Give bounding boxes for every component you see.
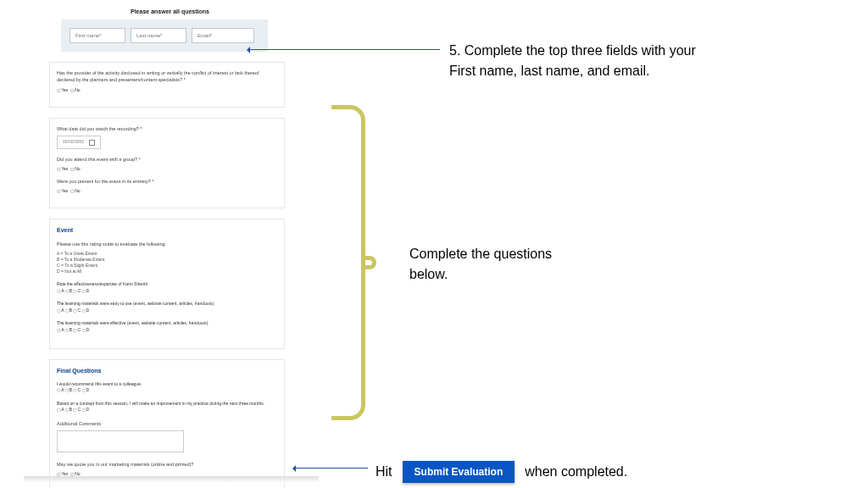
name-fields-bar [61, 19, 268, 52]
email-input[interactable] [192, 28, 254, 43]
submit-button-big[interactable]: Submit Evaluation [403, 461, 515, 483]
final-card: Final Questions I would recommend this e… [49, 359, 285, 488]
rating-effectiveness: Rate the effectiveness/expertise of Kari… [57, 281, 277, 294]
rating-recommend: I would recommend this event to a collea… [57, 381, 277, 394]
disclosure-question: Has the provider of the activity disclos… [57, 69, 277, 84]
annotation-bottom-pre: Hit [376, 462, 392, 482]
group-question: Did you attend this event with a group? … [57, 156, 277, 163]
entirety-question: Were you present for the event in its en… [57, 178, 277, 185]
entirety-yn[interactable]: Yes No [57, 188, 277, 195]
date-input[interactable]: 00/00/0000 [57, 136, 101, 149]
disclosure-yn[interactable]: Yes No [57, 87, 277, 94]
annotation-bottom: Hit Submit Evaluation when completed. [376, 461, 627, 483]
shadow-decoration [24, 476, 319, 483]
annotation-bottom-post: when completed. [525, 462, 627, 482]
curly-brace-icon [331, 105, 374, 420]
event-intro: Please use this rating scale to evaluate… [57, 241, 277, 247]
annotation-step5: 5. Complete the top three fields with yo… [449, 41, 712, 81]
attendance-card: What date did you watch the recording? *… [49, 118, 285, 208]
watch-date-question: What date did you watch the recording? * [57, 125, 277, 132]
rating-materials-effective: The learning materials were effective (e… [57, 320, 277, 333]
final-heading: Final Questions [57, 367, 277, 376]
last-name-input[interactable] [131, 28, 186, 43]
group-yn[interactable]: Yes No [57, 166, 277, 173]
rating-legend: A = To a Great Extent B = To a Moderate … [57, 251, 277, 274]
event-heading: Event [57, 226, 277, 236]
rating-materials-easy: The learning materials were easy to use … [57, 301, 277, 313]
arrow-to-fields [249, 49, 440, 51]
disclosure-card: Has the provider of the activity disclos… [49, 62, 285, 108]
comments-label: Additional Comments [57, 420, 277, 427]
event-card: Event Please use this rating scale to ev… [49, 219, 285, 349]
form-title: Please answer all questions [131, 8, 285, 14]
arrow-to-submit [295, 468, 368, 469]
calendar-icon [89, 140, 95, 146]
first-name-input[interactable] [70, 28, 125, 43]
evaluation-form-screenshot: Please answer all questions Has the prov… [49, 8, 285, 488]
quote-question: May we quote you in our marketing materi… [57, 461, 277, 468]
comments-textarea[interactable] [57, 430, 184, 452]
rating-improvement: Based on a concept from this session, I … [57, 401, 277, 413]
annotation-middle: Complete the questions below. [409, 244, 579, 285]
